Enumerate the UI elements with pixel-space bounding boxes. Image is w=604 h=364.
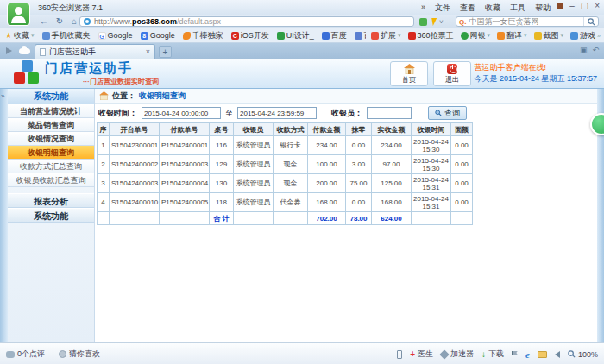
table-cell: 129 [210, 155, 234, 174]
table-cell: 2 [98, 155, 110, 174]
zoom-item[interactable]: 100% [568, 350, 598, 359]
toolbar-ticket[interactable]: 360抢票王 [408, 30, 454, 41]
home-page-button[interactable]: 首页 [390, 61, 428, 86]
search-box[interactable]: Q. 中国第一女巨贪落网 [456, 16, 599, 27]
screenshot-icon [534, 32, 542, 40]
extensions-toolbar: 扩展▾ 360抢票王 网银▾ 翻译▾ 截图▾ 游戏» [366, 28, 601, 42]
sidebar-item-cashier-detail[interactable]: 收银明细查询 [8, 146, 94, 160]
overflow-icon[interactable]: » [421, 3, 425, 14]
toolbar-bank[interactable]: 网银▾ [461, 30, 491, 41]
tab-active[interactable]: 门店营运助手 × [35, 44, 155, 59]
table-cell: S15042300001 [110, 136, 160, 155]
chevron-down-icon[interactable]: ˅ [439, 18, 444, 26]
table-cell: 银行卡 [274, 136, 308, 155]
table-cell: 125.00 [372, 174, 412, 193]
menu-favorites[interactable]: 收藏 [485, 3, 500, 14]
column-header: 收银时间 [412, 123, 451, 136]
table-cell: 200.00 [308, 174, 346, 193]
sidebar-item-payment-summary[interactable]: 收款方式汇总查询 [8, 160, 94, 173]
accelerator-item[interactable]: 加速器 [441, 348, 474, 360]
table-cell: 168.00 [308, 193, 346, 212]
sidebar-item-dish-sales[interactable]: 菜品销售查询 [8, 118, 94, 132]
url-domain: pos368.com [132, 17, 177, 26]
column-header: 收银员 [234, 123, 274, 136]
bookmark-mobile[interactable]: 手机收藏夹 [42, 30, 91, 41]
bookmark-google2[interactable]: 8Google [141, 31, 175, 40]
exit-label: 退出 [445, 75, 459, 85]
phone-icon[interactable] [397, 350, 402, 359]
member-icon[interactable] [557, 3, 563, 9]
table-row[interactable]: 1S15042300001P15042400001116系统管理员银行卡234.… [98, 136, 473, 155]
time-from-input[interactable] [142, 107, 221, 119]
exit-button[interactable]: 退出 [433, 61, 471, 86]
close-button[interactable]: × [595, 1, 600, 10]
restore-button[interactable]: ▢ [581, 1, 588, 10]
pin-icon[interactable] [6, 47, 12, 54]
plugin-icon[interactable] [419, 18, 427, 26]
browser-logo-icon[interactable] [7, 3, 30, 26]
time-to-input[interactable] [237, 107, 317, 119]
google8-icon: 8 [141, 32, 148, 40]
toolbar-games[interactable]: 游戏» [570, 30, 601, 41]
table-row[interactable]: 3S15042400003P15042400004130系统管理员现金200.0… [98, 174, 473, 193]
table-cell: 130 [210, 174, 234, 193]
comments-item[interactable]: 0个点评 [6, 348, 45, 360]
sidebar-section-reports[interactable]: 报表分析 [8, 193, 94, 208]
folder-icon[interactable] [538, 351, 547, 358]
tab-bar: 门店营运助手 × + ▣ ↶ [0, 43, 604, 59]
collapse-sidebar-icon[interactable]: » [1, 92, 4, 100]
app-header: 门店营运助手 ···门店营业数据实时查询 首页 退出 营运助手客户端在线! 今天… [0, 59, 604, 89]
menu-tools[interactable]: 工具 [510, 3, 525, 14]
table-cell: 118 [210, 193, 234, 212]
bookmark-favorites[interactable]: ★收藏▾ [5, 30, 35, 41]
bookmark-baidu[interactable]: 百度 [322, 30, 347, 41]
table-cell: 75.00 [346, 174, 372, 193]
logo-person-head [15, 7, 22, 15]
ie-mode-icon[interactable]: e [525, 350, 530, 359]
home-button[interactable]: ⌂ [68, 16, 80, 27]
sidebar-item-cashier-summary[interactable]: 收银员收款汇总查询 [8, 173, 94, 187]
table-cell: 现金 [274, 155, 308, 174]
speaker-icon[interactable] [555, 351, 560, 358]
ui-icon [277, 32, 285, 40]
doctor-item[interactable]: +医生 [410, 348, 433, 360]
bookmark-qianbang[interactable]: 千棒独家 [183, 30, 223, 41]
medic-cross-icon: + [410, 350, 415, 359]
page-icon [40, 48, 46, 56]
toolbar-screenshot[interactable]: 截图▾ [534, 30, 564, 41]
search-icon[interactable] [583, 17, 595, 26]
query-button[interactable]: 查询 [428, 106, 467, 120]
tab-close-icon[interactable]: × [146, 47, 150, 56]
cashier-input[interactable] [367, 107, 412, 119]
google-icon: G [98, 32, 106, 40]
restore-tab-icon[interactable]: ↶ [592, 46, 599, 54]
bookmark-google[interactable]: GGoogle [98, 31, 133, 40]
table-row[interactable]: 4S15042400010P15042400005118系统管理员代金券168.… [98, 193, 473, 212]
menu-file[interactable]: 文件 [435, 3, 450, 14]
back-button[interactable]: ← [38, 16, 50, 27]
refresh-button[interactable]: ↻ [53, 16, 66, 27]
address-bar[interactable]: http://www.pos368.com/default.aspx [79, 16, 414, 27]
sidebar-section-system[interactable]: 系统功能 [8, 208, 94, 223]
new-tab-button[interactable]: + [159, 46, 172, 58]
bookmark-ios-dev[interactable]: CiOS开发 [231, 30, 269, 41]
sidebar: 系统功能 当前营业情况统计 菜品销售查询 收银情况查询 收银明细查询 收款方式汇… [8, 89, 95, 342]
table-row[interactable]: 2S15042400002P15042400003129系统管理员现金100.0… [98, 155, 473, 174]
sidebar-item-business-stats[interactable]: 当前营业情况统计 [8, 104, 94, 118]
app-logo-icon [11, 60, 42, 91]
toolbar-translate[interactable]: 翻译▾ [497, 30, 527, 41]
download-item[interactable]: ↓下载 [481, 348, 504, 360]
site-icon [84, 18, 91, 25]
sidebar-item-cashier-status[interactable]: 收银情况查询 [8, 132, 94, 146]
minimize-button[interactable]: – [569, 1, 575, 10]
bookmark-ui-design[interactable]: UI设计_ [277, 30, 314, 41]
tab-list-icon[interactable]: ▣ [580, 46, 588, 54]
toolbar-extensions[interactable]: 扩展▾ [371, 30, 401, 41]
menu-view[interactable]: 查看 [460, 3, 475, 14]
menu-help[interactable]: 帮助 [535, 3, 551, 14]
cloud-sync-icon[interactable] [19, 48, 30, 54]
flag-icon[interactable] [512, 351, 518, 355]
lightning-icon[interactable] [430, 18, 437, 26]
guess-you-like-item[interactable]: 猜你喜欢 [59, 348, 100, 360]
search-hint: 中国第一女巨贪落网 [469, 16, 538, 27]
